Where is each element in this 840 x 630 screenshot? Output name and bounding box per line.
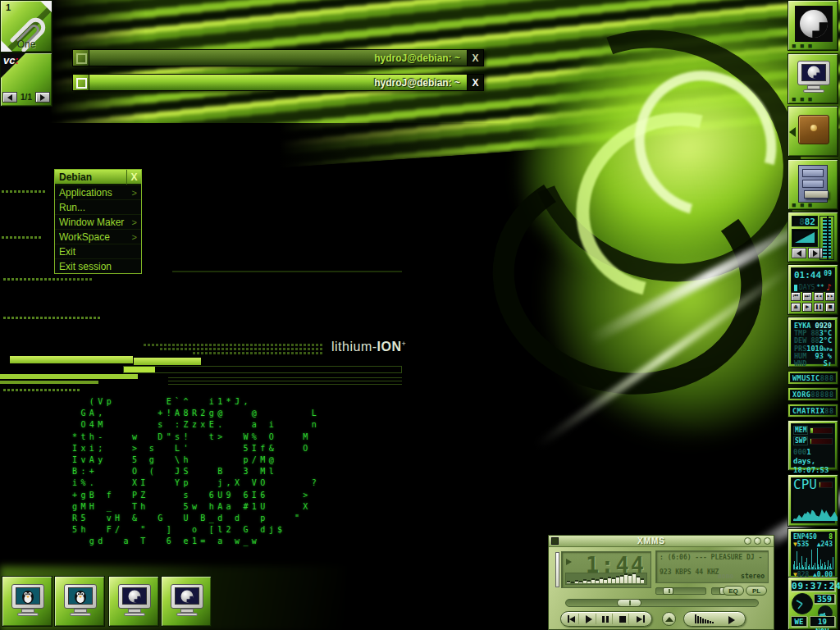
menu-item-exit[interactable]: Exit	[55, 244, 141, 258]
wallpaper-brand-lithium-ion: lithium-ION+	[331, 340, 406, 354]
wallpaper-swirl	[542, 78, 803, 333]
volume-slider[interactable]	[655, 587, 706, 595]
play-button[interactable]	[583, 614, 596, 624]
monitor-tux-icon	[10, 584, 46, 617]
wallpaper-line	[168, 381, 402, 381]
next-button[interactable]	[633, 614, 646, 624]
transport-controls	[560, 611, 652, 627]
menu-item-exit-session[interactable]: Exit session	[55, 258, 141, 273]
arrow-right-icon	[813, 250, 818, 257]
date-display: 19 NOV	[810, 616, 835, 627]
fast-forward-button[interactable]: ▸▸	[825, 292, 835, 301]
rewind-button[interactable]: ◂◂	[814, 292, 824, 301]
window-titlebar-terminal-1[interactable]: hydroJ@debian: ~ X	[72, 49, 484, 66]
network-monitor-dockapp[interactable]: ENP4508 ▼535▲243 ▼828▲0.00	[788, 528, 838, 579]
miniaturize-button[interactable]	[73, 75, 89, 90]
strip-wmusic[interactable]: WMUSIC888	[788, 371, 838, 385]
stop-button[interactable]: ■	[825, 303, 835, 312]
miniaturize-button[interactable]	[73, 50, 89, 66]
wallpaper-swirl	[474, 142, 781, 415]
wallpaper-highlight	[534, 264, 794, 450]
dock-tile-drawer[interactable]	[788, 106, 838, 157]
volume-triangle-display[interactable]	[792, 229, 818, 247]
close-button[interactable]: X	[467, 50, 483, 66]
skip-forward-button[interactable]: ⏭	[802, 292, 812, 301]
wallpaper-bar	[134, 358, 201, 365]
xmms-close-button[interactable]	[764, 537, 771, 545]
equalizer-button[interactable]: EQ	[723, 586, 744, 596]
menu-item-run[interactable]: Run...	[55, 199, 141, 214]
pause-button[interactable]: ❚❚	[814, 303, 824, 312]
spectrum-analyzer[interactable]	[565, 573, 647, 585]
clock-dockapp[interactable]: 09:37:24 359 WE 19 NOV	[788, 577, 838, 630]
menu-titlebar[interactable]: Debian X	[55, 170, 141, 185]
strip-xorg[interactable]: XORG88888	[788, 387, 838, 401]
dock-tile-gnustep-terminal-1[interactable]	[108, 576, 159, 627]
play-button[interactable]: ▶	[802, 303, 812, 312]
xmms-titlebar[interactable]: XMMS	[549, 536, 774, 547]
cpu-history-graph	[793, 490, 838, 521]
seek-slider-handle[interactable]	[617, 599, 641, 607]
pager-prev-button[interactable]	[2, 92, 17, 103]
pager-next-button[interactable]	[35, 92, 50, 103]
menu-item-window-maker[interactable]: Window Maker>	[55, 214, 141, 229]
arrow-right-icon	[40, 94, 45, 101]
song-title-scroller[interactable]: : (6:06) --- PLEASURE DJ - ATMO:	[660, 554, 765, 561]
xmms-info-display[interactable]: : (6:06) --- PLEASURE DJ - ATMO: 923 KBP…	[655, 550, 769, 583]
weekday-display: WE	[791, 616, 807, 627]
menu-close-button[interactable]: X	[126, 170, 141, 185]
dock-tile-linux-terminal-1[interactable]	[2, 576, 52, 627]
monitor-tux-icon	[62, 584, 98, 617]
menu-item-workspace[interactable]: WorkSpace>	[55, 229, 141, 244]
track-time-display: 01:44	[794, 270, 821, 281]
dock-tile-linux-terminal-2[interactable]	[54, 576, 105, 627]
strip-cmatrix[interactable]: CMATRIX88	[788, 404, 838, 418]
mixer-prev-channel-button[interactable]	[792, 248, 806, 258]
seek-slider[interactable]	[565, 599, 759, 607]
eject-button[interactable]: ⏏	[791, 303, 801, 312]
drawer-arrow-icon[interactable]	[789, 127, 796, 137]
volume-slider-handle[interactable]	[663, 587, 673, 595]
xmms-shade-button[interactable]	[754, 537, 761, 545]
previous-icon	[569, 616, 575, 623]
playlist-button[interactable]: PL	[746, 586, 767, 596]
cd-player-dockapp[interactable]: 01:4409 DAYS**♪ ⏮ ⏭ ◂◂ ▸▸ ⏏ ▶ ❚❚ ■	[788, 264, 838, 315]
player-mode-label: DAYS	[799, 284, 815, 291]
window-titlebar-terminal-2[interactable]: hydroJ@debian: ~ X	[72, 74, 484, 91]
cpu-monitor-dockapp[interactable]: CPU	[788, 474, 838, 527]
pause-button[interactable]	[600, 614, 613, 624]
dock-tile-gnustep-terminal-2[interactable]	[161, 576, 212, 627]
interface-flag: 8	[829, 533, 833, 541]
xmms-clutterbar[interactable]	[555, 552, 559, 587]
dock-tile-terminal[interactable]: ■ ■ ■	[788, 53, 838, 104]
pager-dockapp[interactable]: vc: 1/1	[0, 52, 52, 107]
wallpaper-microtext	[2, 190, 47, 193]
drawer-icon	[798, 115, 829, 144]
wmaker-clip[interactable]: 1 One	[0, 0, 52, 52]
previous-button[interactable]	[566, 614, 579, 624]
weather-dockapp[interactable]: EYKA0920 TMP883°C DEW882°C PRS1010hPa HU…	[788, 317, 838, 368]
close-button[interactable]: X	[467, 75, 483, 90]
window-title[interactable]: hydroJ@debian: ~	[89, 50, 467, 66]
cmatrix-terminal[interactable]: (Vp E`^ i1*J, GA, +!A8R2g@ @ L O4M s :Zz…	[72, 396, 320, 549]
shuffle-button[interactable]	[695, 614, 714, 623]
eject-icon	[665, 617, 673, 622]
memory-monitor-dockapp[interactable]: MEM SWP 0001 days, 18:07:53	[788, 420, 838, 471]
dock-tile-gnustep[interactable]: ■ ■ ■	[788, 0, 838, 51]
workspace-number: 1	[6, 2, 11, 12]
xmms-player[interactable]: XMMS 1:44 : (6:06) --- PLEASURE DJ - ATM…	[548, 535, 774, 630]
stop-button[interactable]	[616, 614, 629, 624]
dock-tile-file-manager[interactable]: ■ ■ ■	[788, 159, 838, 210]
wallpaper-microtext	[2, 236, 43, 239]
xmms-minimize-button[interactable]	[744, 537, 751, 545]
xmms-time-display[interactable]: 1:44	[561, 551, 651, 588]
clip-next-arrow[interactable]	[40, 1, 52, 12]
mixer-dockapp[interactable]: 882	[788, 212, 838, 262]
stereo-indicator: stereo	[741, 573, 765, 580]
window-title[interactable]: hydroJ@debian: ~	[89, 75, 467, 90]
desktop: lithium-ION+ (Vp E`^ i1*J, GA, +!A8R2g@ …	[0, 0, 840, 630]
menu-item-applications[interactable]: Applications>	[55, 185, 141, 199]
eject-button[interactable]	[662, 612, 676, 626]
wind-arrow-icon: ↑	[828, 359, 832, 368]
skip-back-button[interactable]: ⏮	[791, 292, 801, 301]
